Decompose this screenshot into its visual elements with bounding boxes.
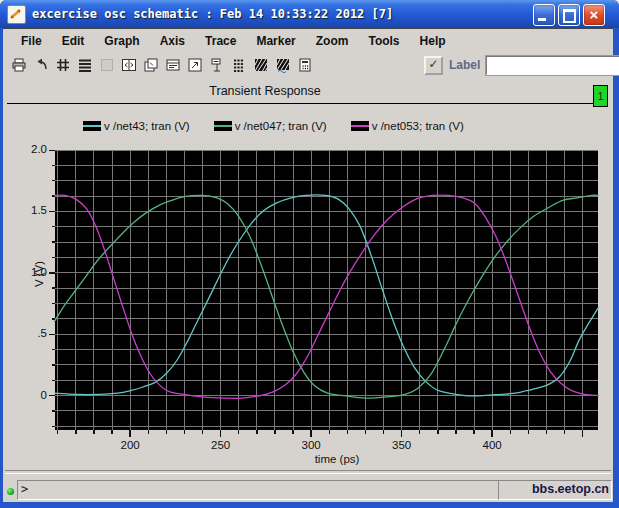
- close-button[interactable]: ×: [583, 4, 605, 26]
- menu-item-file[interactable]: File: [11, 31, 52, 51]
- menu-item-zoom[interactable]: Zoom: [306, 31, 359, 51]
- split-window-button[interactable]: [118, 54, 139, 76]
- strip-chart-icon: [77, 57, 93, 73]
- y-tick-label: 2.0: [11, 143, 47, 155]
- subwindow-list-icon: [165, 57, 181, 73]
- label-checkbox[interactable]: ✓: [424, 56, 443, 75]
- status-led-icon: [7, 488, 14, 495]
- app-icon: [7, 5, 26, 24]
- waveform-b-button[interactable]: [272, 54, 293, 76]
- y-tick-label: 1.0: [11, 266, 47, 278]
- legend-item-0[interactable]: v /net43; tran (V): [83, 120, 190, 132]
- grid-button[interactable]: [52, 54, 73, 76]
- minimize-icon: [538, 18, 546, 21]
- table-icon: [231, 57, 247, 73]
- label-input[interactable]: [486, 56, 619, 75]
- waveform-canvas: [47, 150, 603, 440]
- menu-item-help[interactable]: Help: [410, 31, 456, 51]
- command-prompt-input[interactable]: >: [17, 480, 499, 500]
- export-window-button[interactable]: [184, 54, 205, 76]
- plot-area[interactable]: time (ps) V (V) 2002503003504000.51.01.5…: [47, 150, 613, 480]
- status-bar: > bbs.eetop.cn: [3, 475, 613, 502]
- minimize-button[interactable]: [533, 4, 555, 26]
- split-window-icon: [121, 57, 137, 73]
- x-tick-label: 200: [110, 439, 150, 451]
- maximize-button[interactable]: [558, 4, 580, 26]
- status-right-panel: bbs.eetop.cn: [498, 480, 612, 500]
- legend-swatch-icon: [351, 121, 369, 131]
- label-checkbox-label: Label: [449, 58, 480, 72]
- watermark-text: bbs.eetop.cn: [532, 482, 609, 496]
- blank-icon: [99, 57, 115, 73]
- strip-chart-button[interactable]: [74, 54, 95, 76]
- legend-label: v /net053; tran (V): [372, 120, 464, 132]
- legend: v /net43; tran (V)v /net047; tran (V)v /…: [83, 116, 464, 136]
- page-badge[interactable]: 1: [593, 85, 608, 107]
- menu-item-marker[interactable]: Marker: [246, 31, 305, 51]
- legend-label: v /net047; tran (V): [235, 120, 327, 132]
- grid-icon: [55, 57, 71, 73]
- y-tick-label: .5: [11, 327, 47, 339]
- legend-label: v /net43; tran (V): [104, 120, 190, 132]
- x-tick-label: 400: [472, 439, 512, 451]
- header-divider: [7, 103, 593, 104]
- marker-icon: [209, 57, 225, 73]
- app-window: excercise osc schematic : Feb 14 10:33:2…: [0, 0, 619, 508]
- undo-icon: [33, 57, 49, 73]
- y-tick-label: 0: [11, 389, 47, 401]
- y-tick-label: 1.5: [11, 204, 47, 216]
- print-icon: [11, 57, 27, 73]
- menu-item-tools[interactable]: Tools: [358, 31, 409, 51]
- waveform-b-icon: [275, 57, 291, 73]
- blank-button[interactable]: [96, 54, 117, 76]
- x-axis-title: time (ps): [247, 453, 427, 465]
- table-button[interactable]: [228, 54, 249, 76]
- legend-swatch-icon: [214, 121, 232, 131]
- menu-item-axis[interactable]: Axis: [150, 31, 195, 51]
- graph-title: Transient Response: [165, 84, 365, 98]
- copy-window-button[interactable]: [140, 54, 161, 76]
- calculator-button[interactable]: [294, 54, 315, 76]
- maximize-icon: [563, 9, 576, 23]
- main-content: FileEditGraphAxisTraceMarkerZoomToolsHel…: [3, 28, 613, 502]
- x-tick-label: 300: [291, 439, 331, 451]
- marker-button[interactable]: [206, 54, 227, 76]
- waveform-a-button[interactable]: [250, 54, 271, 76]
- legend-swatch-icon: [83, 121, 101, 131]
- print-button[interactable]: [8, 54, 29, 76]
- title-bar[interactable]: excercise osc schematic : Feb 14 10:33:2…: [0, 0, 619, 28]
- export-window-icon: [187, 57, 203, 73]
- calculator-icon: [297, 57, 313, 73]
- menu-bar: FileEditGraphAxisTraceMarkerZoomToolsHel…: [3, 28, 613, 52]
- copy-window-icon: [143, 57, 159, 73]
- undo-button[interactable]: [30, 54, 51, 76]
- subwindow-list-button[interactable]: [162, 54, 183, 76]
- x-tick-label: 250: [201, 439, 241, 451]
- toolbar: ✓ Label: [3, 52, 613, 78]
- menu-item-edit[interactable]: Edit: [52, 31, 95, 51]
- waveform-a-icon: [253, 57, 269, 73]
- x-tick-label: 350: [382, 439, 422, 451]
- menu-item-trace[interactable]: Trace: [195, 31, 246, 51]
- prompt-char: >: [21, 482, 28, 496]
- legend-item-2[interactable]: v /net053; tran (V): [351, 120, 464, 132]
- close-icon: ×: [584, 5, 604, 25]
- window-title: excercise osc schematic : Feb 14 10:33:2…: [32, 7, 393, 21]
- menu-item-graph[interactable]: Graph: [94, 31, 149, 51]
- legend-item-1[interactable]: v /net047; tran (V): [214, 120, 327, 132]
- status-divider: [5, 470, 611, 474]
